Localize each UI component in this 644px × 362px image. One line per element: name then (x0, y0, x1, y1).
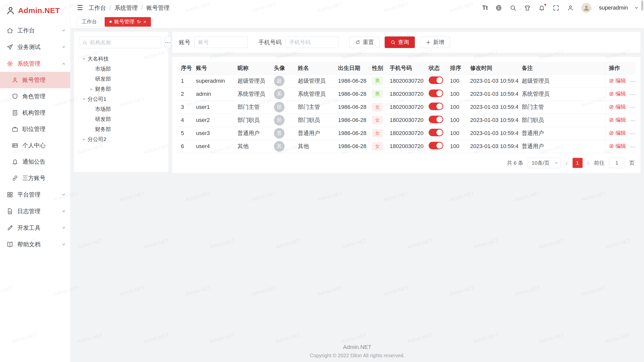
sidebar-item-system-management[interactable]: 系统管理 (0, 55, 70, 72)
status-toggle[interactable] (429, 103, 443, 110)
edit-button[interactable]: 编辑 (609, 129, 626, 137)
sidebar-item-third-party-account[interactable]: 三方账号 (0, 170, 70, 186)
birth-date-value: 1986-06-28 (338, 78, 367, 84)
close-tab-icon[interactable]: × (143, 19, 146, 24)
tree-node[interactable]: ▾分公司1 (79, 94, 163, 104)
add-button[interactable]: 新增 (420, 36, 450, 48)
page-size-select[interactable]: 10条/页 (528, 158, 561, 168)
tab-workbench[interactable]: 工作台 (77, 17, 102, 27)
tree-node[interactable]: ▾大名科技 (79, 54, 163, 64)
nickname-value: 部门主管 (237, 104, 260, 110)
reset-button[interactable]: 重置 (349, 36, 380, 48)
breadcrumb-item[interactable]: 账号管理 (146, 4, 170, 12)
status-toggle[interactable] (429, 142, 443, 149)
caret-expanded-icon[interactable]: ▾ (80, 56, 88, 62)
sidebar-item-notice[interactable]: 通知公告 (0, 154, 70, 170)
plane-icon (7, 44, 13, 51)
logo[interactable]: Admin.NET (0, 0, 70, 21)
font-size-icon[interactable]: Tt (482, 5, 488, 11)
tabs-bar: 工作台账号管理↻× (70, 16, 644, 28)
more-actions-icon[interactable]: ⋯ (630, 117, 636, 124)
name-value: 部门职员 (294, 114, 335, 127)
table-row: 1superadmin超级管理员超超级管理员1986-06-28男1802003… (177, 74, 635, 87)
more-actions-icon[interactable]: ⋯ (630, 78, 636, 84)
edit-button[interactable]: 编辑 (609, 103, 626, 110)
row-avatar: 普 (274, 128, 285, 139)
sidebar-item-position-management[interactable]: 职位管理 (0, 121, 70, 137)
sidebar-item-business-test[interactable]: 业务测试 (0, 39, 70, 55)
theme-icon[interactable] (524, 5, 531, 11)
row-avatar: 部 (274, 102, 285, 112)
globe-icon[interactable] (495, 5, 502, 11)
gender-cell: 女 (369, 101, 386, 114)
goto-page-input[interactable] (609, 158, 625, 168)
sidebar-item-dev-tools[interactable]: 开发工具 (0, 219, 70, 236)
status-toggle[interactable] (429, 116, 443, 123)
phone-value: 18020030720 (386, 87, 425, 101)
sidebar-item-workbench[interactable]: 工作台 (0, 22, 70, 39)
current-page[interactable]: 1 (573, 158, 583, 168)
edit-button[interactable]: 编辑 (609, 77, 626, 84)
hamburger-menu-icon[interactable]: ☰ (77, 4, 83, 12)
breadcrumb-item[interactable]: 系统管理 (115, 4, 138, 12)
scrollbar-thumb[interactable] (641, 1, 643, 11)
user-avatar[interactable] (581, 3, 591, 13)
tab-account-management[interactable]: 账号管理↻× (105, 17, 151, 27)
tree-node[interactable]: 研发部 (79, 114, 163, 124)
prev-page-button[interactable]: ‹ (566, 159, 568, 166)
tree-node[interactable]: 市场部 (79, 64, 163, 74)
search-icon[interactable] (510, 5, 516, 11)
modified-time-value: 2023-01-03 10:59:44 (470, 78, 518, 84)
sidebar-item-platform-management[interactable]: 平台管理 (0, 186, 70, 203)
gender-tag: 女 (372, 103, 383, 111)
more-actions-icon[interactable]: ⋯ (630, 91, 636, 98)
sidebar: Admin.NET 工作台业务测试系统管理账号管理角色管理机构管理职位管理个人中… (0, 0, 70, 362)
tab-label: 工作台 (82, 18, 97, 25)
tree-node[interactable]: 财务部 (79, 124, 163, 134)
edit-button[interactable]: 编辑 (609, 116, 626, 123)
org-search-input[interactable] (90, 39, 158, 46)
tree-node[interactable]: 研发部 (79, 74, 163, 84)
sidebar-item-role-management[interactable]: 角色管理 (0, 88, 70, 105)
caret-collapsed-icon[interactable]: ▸ (80, 137, 88, 142)
nickname-value: 部门主管 (234, 101, 270, 114)
org-tree-panel: ⋯ ▾大名科技市场部研发部▸财务部▾分公司1市场部研发部财务部▸分公司2 (74, 32, 168, 172)
tree-node[interactable]: ▸财务部 (79, 84, 163, 94)
username[interactable]: superadmin (599, 5, 628, 11)
fullscreen-icon[interactable] (553, 5, 559, 11)
tree-node[interactable]: 市场部 (79, 104, 163, 114)
account-input[interactable] (194, 36, 248, 48)
bell-icon[interactable] (538, 5, 545, 11)
sidebar-item-account-management[interactable]: 账号管理 (0, 72, 70, 88)
more-actions-icon[interactable]: ⋯ (630, 104, 636, 111)
remark-value: 普通用户 (522, 130, 544, 136)
sidebar-item-personal-center[interactable]: 个人中心 (0, 137, 70, 154)
table-row: 3user1部门主管部部门主管1986-06-28女18020030720100… (177, 101, 635, 114)
next-page-button[interactable]: › (587, 159, 589, 166)
phone-input[interactable] (286, 36, 339, 48)
search-button[interactable]: 查询 (385, 36, 415, 48)
sidebar-item-log-management[interactable]: 日志管理 (0, 203, 70, 219)
chevron-down-icon[interactable] (635, 6, 638, 9)
more-actions-icon[interactable]: ⋯ (630, 144, 636, 150)
tree-more-button[interactable]: ⋯ (165, 37, 171, 48)
tree-node[interactable]: ▸分公司2 (79, 134, 163, 144)
sidebar-item-org-management[interactable]: 机构管理 (0, 105, 70, 121)
caret-expanded-icon[interactable]: ▾ (80, 97, 88, 102)
more-actions-icon[interactable]: ⋯ (630, 130, 636, 137)
edit-button[interactable]: 编辑 (609, 143, 626, 150)
caret-collapsed-icon[interactable]: ▸ (88, 86, 95, 92)
sidebar-item-help-docs[interactable]: 帮助文档 (0, 236, 70, 253)
row-index: 4 (177, 114, 192, 127)
edit-button[interactable]: 编辑 (609, 90, 626, 97)
breadcrumb-item[interactable]: 工作台 (89, 4, 106, 12)
status-toggle[interactable] (429, 89, 443, 97)
phone-value: 18020030720 (390, 143, 424, 149)
refresh-tab-icon[interactable]: ↻ (137, 19, 141, 24)
birth-date-value: 1986-06-28 (335, 87, 369, 101)
status-toggle[interactable] (429, 76, 443, 84)
profile-icon[interactable] (567, 5, 574, 11)
org-search-box (79, 37, 162, 48)
search-icon (82, 40, 88, 45)
status-toggle[interactable] (429, 129, 443, 136)
